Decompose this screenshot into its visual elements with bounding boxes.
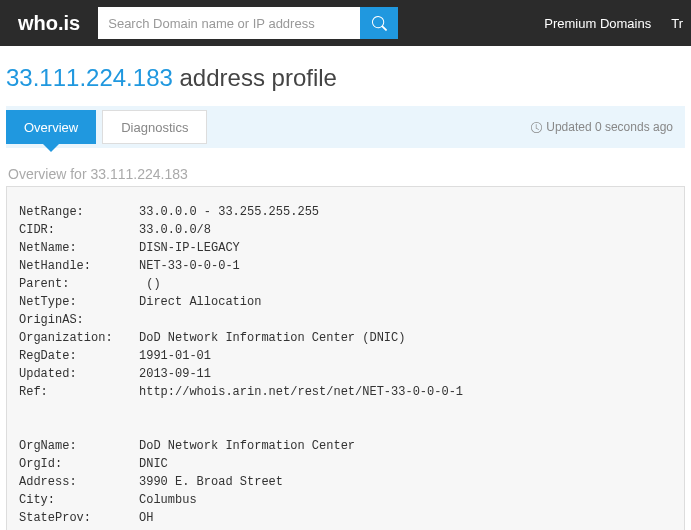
- whois-key: Updated:: [19, 365, 139, 383]
- whois-value: DISN-IP-LEGACY: [139, 239, 240, 257]
- tab-diagnostics[interactable]: Diagnostics: [102, 110, 207, 144]
- whois-key: Organization:: [19, 329, 139, 347]
- whois-key: CIDR:: [19, 221, 139, 239]
- whois-key: NetName:: [19, 239, 139, 257]
- whois-row: Updated:2013-09-11: [19, 365, 672, 383]
- whois-value: 33.0.0.0 - 33.255.255.255: [139, 203, 319, 221]
- nav-truncated[interactable]: Tr: [661, 16, 683, 31]
- whois-key: NetHandle:: [19, 257, 139, 275]
- updated-label: Updated 0 seconds ago: [531, 120, 685, 134]
- search-icon: [372, 16, 387, 31]
- whois-row: NetHandle:NET-33-0-0-0-1: [19, 257, 672, 275]
- whois-row: Organization:DoD Network Information Cen…: [19, 329, 672, 347]
- page-title: 33.111.224.183 address profile: [6, 64, 685, 92]
- whois-value: DoD Network Information Center (DNIC): [139, 329, 405, 347]
- whois-key: Ref:: [19, 383, 139, 401]
- whois-row: CIDR:33.0.0.0/8: [19, 221, 672, 239]
- overview-heading: Overview for 33.111.224.183: [6, 148, 685, 186]
- nav-premium-domains[interactable]: Premium Domains: [534, 16, 661, 31]
- updated-text: Updated 0 seconds ago: [546, 120, 673, 134]
- title-suffix: address profile: [173, 64, 337, 91]
- top-bar: who.is Premium Domains Tr: [0, 0, 691, 46]
- whois-value: Columbus: [139, 491, 197, 509]
- whois-key: OriginAS:: [19, 311, 139, 329]
- whois-key: City:: [19, 491, 139, 509]
- whois-key: NetType:: [19, 293, 139, 311]
- whois-row: Address:3990 E. Broad Street: [19, 473, 672, 491]
- search-input[interactable]: [98, 7, 360, 39]
- whois-value: http://whois.arin.net/rest/net/NET-33-0-…: [139, 383, 463, 401]
- tab-overview[interactable]: Overview: [6, 110, 96, 144]
- whois-row: OriginAS:: [19, 311, 672, 329]
- whois-row: NetRange:33.0.0.0 - 33.255.255.255: [19, 203, 672, 221]
- whois-key: OrgId:: [19, 455, 139, 473]
- main-content: 33.111.224.183 address profile Overview …: [0, 46, 691, 530]
- whois-row: NetName:DISN-IP-LEGACY: [19, 239, 672, 257]
- whois-value: 3990 E. Broad Street: [139, 473, 283, 491]
- whois-value: DNIC: [139, 455, 168, 473]
- whois-key: StateProv:: [19, 509, 139, 527]
- whois-key: Address:: [19, 473, 139, 491]
- whois-value: Direct Allocation: [139, 293, 261, 311]
- whois-row: City:Columbus: [19, 491, 672, 509]
- whois-value: OH: [139, 509, 153, 527]
- search-button[interactable]: [360, 7, 398, 39]
- whois-value: NET-33-0-0-0-1: [139, 257, 240, 275]
- whois-row: Parent: (): [19, 275, 672, 293]
- whois-row: NetType:Direct Allocation: [19, 293, 672, 311]
- search-form: [98, 7, 398, 39]
- whois-row: Ref:http://whois.arin.net/rest/net/NET-3…: [19, 383, 672, 401]
- whois-value: 1991-01-01: [139, 347, 211, 365]
- whois-value: (): [139, 275, 161, 293]
- whois-key: RegDate:: [19, 347, 139, 365]
- whois-key: OrgName:: [19, 437, 139, 455]
- whois-output: NetRange:33.0.0.0 - 33.255.255.255CIDR:3…: [6, 186, 685, 530]
- whois-value: DoD Network Information Center: [139, 437, 355, 455]
- title-ip: 33.111.224.183: [6, 64, 173, 91]
- whois-value: 2013-09-11: [139, 365, 211, 383]
- whois-value: 33.0.0.0/8: [139, 221, 211, 239]
- whois-row: RegDate:1991-01-01: [19, 347, 672, 365]
- whois-key: Parent:: [19, 275, 139, 293]
- whois-row: OrgName:DoD Network Information Center: [19, 437, 672, 455]
- tab-bar: Overview Diagnostics Updated 0 seconds a…: [6, 106, 685, 148]
- whois-row: StateProv:OH: [19, 509, 672, 527]
- whois-row: OrgId:DNIC: [19, 455, 672, 473]
- logo-text: who.is: [18, 12, 80, 35]
- whois-key: NetRange:: [19, 203, 139, 221]
- clock-icon: [531, 122, 542, 133]
- site-logo[interactable]: who.is: [8, 12, 90, 35]
